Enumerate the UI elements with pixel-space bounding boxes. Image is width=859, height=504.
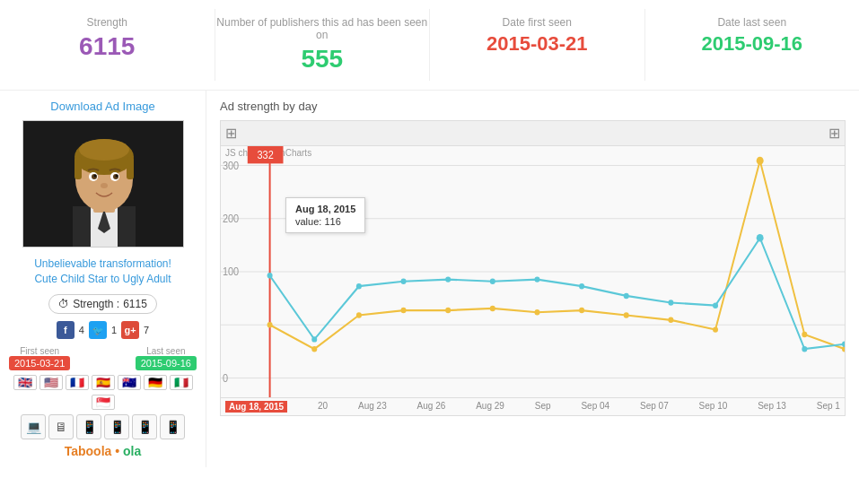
chart-toolbar-right-icon[interactable]: ⊞ — [828, 125, 840, 142]
chart-toolbar: ⊞ ⊞ — [221, 121, 845, 146]
svg-point-39 — [713, 326, 718, 332]
flag-row-2: 🇸🇬 — [92, 395, 115, 410]
strength-badge: ⏱ Strength : 6115 — [48, 294, 157, 314]
strength-badge-value: 6115 — [123, 298, 147, 310]
date-last-stat: Date last seen 2015-09-16 — [644, 9, 860, 81]
xaxis-label-3: Aug 26 — [417, 401, 446, 413]
device-laptop: 💻 — [21, 414, 46, 439]
svg-point-44 — [311, 336, 317, 342]
svg-point-45 — [356, 283, 362, 289]
device-mobile-1: 📱 — [104, 414, 129, 439]
strength-value: 6115 — [0, 32, 215, 61]
facebook-count: 4 — [79, 325, 84, 335]
svg-rect-8 — [127, 157, 134, 179]
svg-point-16 — [101, 183, 108, 188]
publishers-stat: Number of publishers this ad has been se… — [215, 9, 430, 81]
xaxis-label-7: Sep 07 — [640, 401, 669, 413]
device-tablet: 📱 — [76, 414, 101, 439]
xaxis-label-6: Sep 04 — [581, 401, 609, 413]
svg-point-15 — [115, 175, 118, 178]
svg-text:200: 200 — [223, 213, 239, 224]
flag-de: 🇩🇪 — [144, 375, 167, 390]
xaxis-label-10: Sep 1 — [817, 401, 840, 413]
date-row: First seen 2015-03-21 Last seen 2015-09-… — [9, 346, 197, 370]
twitter-icon: 🐦 — [89, 321, 107, 339]
chart-xaxis: Aug 18, 2015 20 Aug 23 Aug 26 Aug 29 Sep… — [220, 398, 846, 416]
top-stats-bar: Strength 6115 Number of publishers this … — [0, 0, 859, 91]
svg-point-35 — [534, 309, 539, 315]
svg-point-33 — [445, 308, 451, 313]
flag-sg: 🇸🇬 — [92, 395, 115, 410]
svg-point-32 — [401, 308, 407, 313]
chart-toolbar-left-icon[interactable]: ⊞ — [225, 125, 237, 142]
svg-point-38 — [668, 317, 673, 323]
publishers-value: 555 — [215, 45, 430, 74]
ad-image — [22, 120, 184, 248]
taboola-logo: Taboola • ola — [65, 444, 142, 458]
xaxis-label-1: 20 — [318, 401, 328, 413]
xaxis-label-0: Aug 18, 2015 — [225, 401, 287, 413]
last-seen-section: Last seen 2015-09-16 — [136, 346, 197, 370]
xaxis-label-5: Sep — [535, 401, 551, 413]
clock-icon: ⏱ — [58, 298, 69, 310]
first-seen-date: 2015-03-21 — [9, 356, 70, 370]
svg-point-40 — [757, 157, 764, 165]
svg-point-43 — [267, 273, 273, 278]
svg-point-56 — [842, 342, 845, 347]
taboola-dot: • — [115, 444, 119, 458]
right-panel: Ad strength by day ⊞ ⊞ JS chart by amCha… — [206, 91, 859, 467]
svg-text:0: 0 — [223, 372, 228, 383]
svg-text:300: 300 — [223, 160, 239, 170]
ad-title-line1: Unbelievable transformation! — [34, 257, 171, 270]
svg-point-31 — [356, 312, 362, 317]
svg-point-54 — [757, 234, 764, 242]
svg-point-14 — [93, 175, 96, 178]
taboola-ola: ola — [123, 444, 141, 458]
chart-container: ⊞ ⊞ JS chart by amCharts 300 200 100 0 — [220, 120, 846, 398]
svg-point-51 — [624, 293, 629, 299]
svg-point-48 — [490, 279, 495, 284]
svg-point-52 — [668, 300, 673, 305]
svg-point-50 — [579, 283, 584, 289]
flag-gb: 🇬🇧 — [13, 375, 37, 390]
svg-point-36 — [579, 308, 584, 313]
date-first-label: Date first seen — [430, 16, 644, 29]
flag-fr: 🇫🇷 — [66, 375, 89, 390]
download-ad-image-link[interactable]: Download Ad Image — [50, 100, 154, 113]
taboola-text: Taboola — [65, 444, 112, 458]
flag-au: 🇦🇺 — [118, 375, 141, 390]
ad-title-line2: Cute Child Star to Ugly Adult — [34, 273, 171, 285]
twitter-count: 1 — [111, 325, 117, 335]
ad-title: Unbelievable transformation! Cute Child … — [34, 256, 171, 287]
flag-row: 🇬🇧 🇺🇸 🇫🇷 🇪🇸 🇦🇺 🇩🇪 🇮🇹 — [13, 375, 193, 390]
chart-title: Ad strength by day — [220, 100, 846, 113]
device-mobile-2: 📱 — [132, 414, 157, 439]
googleplus-count: 7 — [144, 325, 149, 335]
publishers-label: Number of publishers this ad has been se… — [215, 16, 430, 41]
svg-point-53 — [713, 302, 718, 308]
device-row: 💻 🖥 📱 📱 📱 📱 — [21, 414, 185, 439]
strength-stat: Strength 6115 — [0, 9, 215, 81]
first-seen-section: First seen 2015-03-21 — [9, 346, 70, 370]
social-icons-row: f 4 🐦 1 g+ 7 — [57, 321, 149, 339]
flag-us: 🇺🇸 — [39, 375, 63, 390]
svg-text:332: 332 — [258, 150, 274, 161]
svg-point-30 — [311, 346, 317, 352]
svg-point-34 — [490, 306, 495, 311]
flag-it: 🇮🇹 — [170, 375, 193, 390]
date-last-value: 2015-09-16 — [645, 32, 860, 56]
flag-es: 🇪🇸 — [92, 375, 115, 390]
last-seen-date: 2015-09-16 — [136, 356, 197, 370]
date-first-value: 2015-03-21 — [430, 32, 644, 56]
svg-text:100: 100 — [223, 266, 239, 277]
left-panel: Download Ad Image — [0, 91, 206, 467]
xaxis-label-2: Aug 23 — [358, 401, 387, 413]
chart-svg: 300 200 100 0 332 — [221, 146, 845, 397]
xaxis-label-4: Aug 29 — [476, 401, 504, 413]
date-last-label: Date last seen — [645, 16, 860, 29]
device-mobile-3: 📱 — [160, 414, 185, 439]
strength-label: Strength — [0, 16, 215, 29]
svg-point-46 — [401, 279, 407, 284]
main-content: Download Ad Image — [0, 91, 859, 467]
svg-point-47 — [445, 276, 451, 282]
